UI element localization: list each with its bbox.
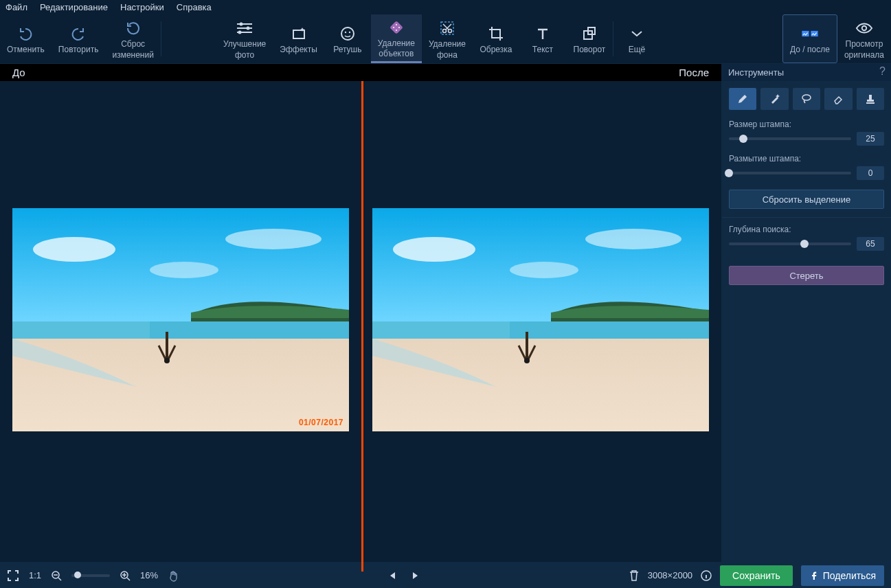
menu-file[interactable]: Файл [5, 2, 27, 12]
eye-icon [855, 19, 873, 37]
zoom-slider[interactable] [71, 574, 110, 577]
slider-thumb[interactable] [800, 240, 809, 248]
info-button[interactable] [701, 570, 712, 581]
svg-point-9 [396, 24, 397, 25]
save-button[interactable]: Сохранить [720, 565, 793, 586]
svg-rect-35 [372, 339, 709, 431]
effects-button[interactable]: Эффекты [273, 14, 324, 63]
zoom-in-icon [120, 570, 131, 581]
erase-button[interactable]: Стереть [729, 266, 884, 285]
stamp-size-value[interactable]: 25 [857, 132, 884, 146]
compare-divider[interactable] [361, 81, 363, 572]
svg-rect-7 [390, 21, 403, 34]
zoom-out-icon [51, 570, 62, 581]
svg-point-0 [240, 23, 243, 26]
svg-rect-17 [802, 31, 809, 36]
chevron-down-icon [628, 25, 646, 43]
remove-objects-button[interactable]: Удаление объектов [371, 14, 422, 63]
magic-wand-tool[interactable] [760, 88, 788, 110]
svg-point-4 [341, 27, 354, 40]
crop-button[interactable]: Обрезка [473, 14, 519, 63]
search-depth-track[interactable] [729, 242, 851, 245]
search-depth-value[interactable]: 65 [857, 237, 884, 251]
info-icon [701, 570, 712, 581]
stamp-size-track[interactable] [729, 137, 851, 140]
rotate-button[interactable]: Поворот [566, 14, 613, 63]
fullscreen-button[interactable] [7, 569, 19, 582]
slider-thumb[interactable] [725, 169, 733, 177]
remove-bg-button[interactable]: Удаление фона [422, 14, 473, 63]
svg-point-6 [349, 32, 350, 33]
rotate-icon [580, 25, 598, 43]
share-button[interactable]: Поделиться [801, 565, 884, 586]
zoom-in-button[interactable] [120, 570, 131, 581]
svg-rect-39 [869, 95, 872, 100]
svg-rect-34 [372, 321, 510, 339]
enhance-button[interactable]: Улучшение фото [216, 14, 273, 63]
svg-point-31 [585, 229, 681, 249]
svg-point-38 [802, 95, 811, 100]
wand-icon [769, 93, 781, 105]
undo-button[interactable]: Отменить [0, 14, 52, 63]
brush-icon [736, 93, 749, 105]
zoom-percent: 16% [140, 570, 158, 580]
tools-panel: Размер штампа: 25 Размытие штампа: 0 Сбр… [721, 81, 891, 572]
slider-thumb[interactable] [739, 135, 747, 143]
redo-button[interactable]: Повторить [52, 14, 106, 63]
before-after-button[interactable]: До / после [782, 14, 837, 63]
stamp-blur-track[interactable] [729, 172, 851, 174]
svg-rect-36 [526, 332, 528, 359]
facebook-icon [809, 571, 819, 580]
hand-icon [168, 569, 180, 582]
delete-button[interactable] [629, 569, 640, 582]
after-label: После [679, 67, 709, 78]
help-icon[interactable]: ? [879, 65, 886, 78]
prev-image-button[interactable] [388, 571, 398, 580]
svg-point-19 [862, 26, 867, 31]
zoom-out-button[interactable] [51, 570, 62, 581]
reset-selection-button[interactable]: Сбросить выделение [729, 190, 884, 209]
brush-tool[interactable] [729, 88, 756, 110]
next-image-button[interactable] [410, 571, 420, 580]
fit-1to1-button[interactable]: 1:1 [29, 570, 41, 580]
reset-button[interactable]: Сброс изменений [105, 14, 160, 63]
view-original-button[interactable]: Просмотр оригинала [837, 14, 891, 63]
svg-rect-27 [166, 332, 168, 359]
retouch-button[interactable]: Ретушь [324, 14, 371, 63]
image-dimensions: 3008×2000 [648, 570, 692, 580]
search-depth-slider: Глубина поиска: 65 [722, 222, 891, 256]
compare-icon [801, 25, 819, 43]
sparkle-icon [290, 25, 308, 43]
svg-rect-41 [866, 102, 875, 104]
triangle-left-icon [388, 571, 398, 580]
compare-header: До После [0, 64, 721, 81]
menu-help[interactable]: Справка [177, 2, 212, 12]
menu-edit[interactable]: Редактирование [40, 2, 108, 12]
svg-point-28 [164, 358, 170, 363]
svg-point-14 [448, 30, 451, 33]
lasso-tool[interactable] [793, 88, 820, 110]
crop-icon [487, 25, 505, 43]
main-toolbar: Отменить Повторить Сброс изменений Улучш… [0, 14, 891, 64]
svg-point-10 [398, 27, 400, 28]
stamp-blur-value[interactable]: 0 [857, 166, 884, 180]
face-icon [339, 25, 357, 43]
triangle-right-icon [410, 571, 420, 580]
hand-tool-button[interactable] [168, 569, 180, 582]
eraser-icon [832, 93, 844, 105]
text-button[interactable]: Текст [519, 14, 566, 63]
svg-point-1 [247, 27, 250, 30]
svg-rect-18 [811, 31, 817, 36]
more-button[interactable]: Ещё [613, 14, 660, 63]
canvas-area[interactable]: 01/07/2017 [0, 81, 721, 572]
menu-bar: Файл Редактирование Настройки Справка [0, 0, 891, 14]
panel-title: Инструменты [728, 67, 784, 78]
svg-point-13 [442, 30, 446, 33]
stamp-icon [864, 93, 877, 105]
svg-rect-40 [867, 100, 874, 102]
slider-thumb[interactable] [74, 572, 81, 578]
eraser-tool[interactable] [824, 88, 852, 110]
stamp-tool[interactable] [857, 88, 884, 110]
scissors-icon [438, 19, 456, 37]
menu-settings[interactable]: Настройки [120, 2, 164, 12]
